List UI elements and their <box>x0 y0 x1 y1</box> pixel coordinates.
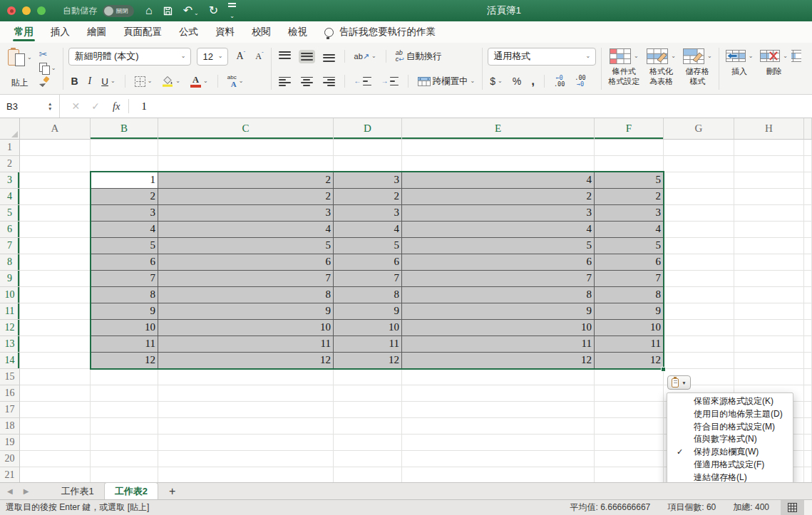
cell-C7[interactable]: 5 <box>158 238 334 254</box>
cell-F19[interactable] <box>595 435 664 451</box>
align-top-button[interactable] <box>277 50 293 63</box>
cell-F1[interactable] <box>595 140 664 156</box>
cell-F12[interactable]: 10 <box>595 320 664 336</box>
cell-H4[interactable] <box>734 189 804 205</box>
cell-E3[interactable]: 4 <box>402 172 595 189</box>
insert-function-button[interactable]: fx <box>113 100 120 113</box>
cell-H9[interactable] <box>734 271 804 287</box>
ribbon-tab-7[interactable]: 檢視 <box>279 21 316 43</box>
cell-G10[interactable] <box>664 287 734 303</box>
align-middle-button[interactable] <box>299 50 315 63</box>
cell-B7[interactable]: 5 <box>91 238 158 254</box>
fill-handle[interactable] <box>661 367 666 372</box>
cell-B4[interactable]: 2 <box>91 189 158 205</box>
cell-F10[interactable]: 8 <box>595 287 664 303</box>
cell-H8[interactable] <box>734 254 804 271</box>
cell-H13[interactable] <box>734 336 804 353</box>
toolbar-overflow-button[interactable]: ⌄ <box>228 1 236 20</box>
formula-input[interactable]: 1 <box>141 100 146 113</box>
cell-A16[interactable] <box>20 385 91 402</box>
cell-D17[interactable] <box>334 402 402 418</box>
cell-C14[interactable]: 12 <box>158 353 334 369</box>
orientation-button[interactable]: ab↗⌄ <box>352 51 379 63</box>
column-header-H[interactable]: H <box>734 118 804 140</box>
cell-G2[interactable] <box>664 156 734 172</box>
sheet-scroll-right-button[interactable]: ▶ <box>24 487 29 495</box>
cell-F11[interactable]: 9 <box>595 303 664 320</box>
row-header-5[interactable]: 5 <box>0 205 20 222</box>
cell-A9[interactable] <box>20 271 91 287</box>
align-bottom-button[interactable] <box>321 50 337 63</box>
cell-F20[interactable] <box>595 451 664 467</box>
cell-G3[interactable] <box>664 172 734 189</box>
cell-B14[interactable]: 12 <box>91 353 158 369</box>
cell-E21[interactable] <box>402 467 595 482</box>
autosave-toggle[interactable]: 關閉 <box>103 5 134 17</box>
cell-G13[interactable] <box>664 336 734 353</box>
cell-C2[interactable] <box>158 156 334 172</box>
cell-A21[interactable] <box>20 467 91 482</box>
cell-C18[interactable] <box>158 418 334 435</box>
paste-button[interactable]: ⌄ 貼上 <box>6 46 34 92</box>
cell-G9[interactable] <box>664 271 734 287</box>
cell-F18[interactable] <box>595 418 664 435</box>
cell-C20[interactable] <box>158 451 334 467</box>
cell-C1[interactable] <box>158 140 334 156</box>
decrease-decimal-button[interactable]: ←0.00 <box>552 73 567 90</box>
cell-A18[interactable] <box>20 418 91 435</box>
cell-D10[interactable]: 8 <box>334 287 402 303</box>
paste-menu-item-4[interactable]: ✓保持原始欄寬(W) <box>667 446 793 459</box>
column-header-E[interactable]: E <box>402 118 595 140</box>
cell-D8[interactable]: 6 <box>334 254 402 271</box>
row-header-6[interactable]: 6 <box>0 222 20 238</box>
paste-menu-item-3[interactable]: 值與數字格式(N) <box>667 433 793 446</box>
cell-D7[interactable]: 5 <box>334 238 402 254</box>
cell-A17[interactable] <box>20 402 91 418</box>
cell-D9[interactable]: 7 <box>334 271 402 287</box>
cell-E7[interactable]: 5 <box>402 238 595 254</box>
percent-format-button[interactable]: % <box>510 74 523 88</box>
cell-C12[interactable]: 10 <box>158 320 334 336</box>
row-header-10[interactable]: 10 <box>0 287 20 303</box>
cell-E16[interactable] <box>402 385 595 402</box>
phonetic-guide-button[interactable]: abcA⌄ <box>225 73 246 90</box>
confirm-entry-button[interactable]: ✓ <box>91 100 100 112</box>
cell-B8[interactable]: 6 <box>91 254 158 271</box>
row-header-15[interactable]: 15 <box>0 369 20 385</box>
cell-F9[interactable]: 7 <box>595 271 664 287</box>
cell-H5[interactable] <box>734 205 804 222</box>
paste-menu-item-5[interactable]: 僅適用格式設定(F) <box>667 459 793 472</box>
cell-H12[interactable] <box>734 320 804 336</box>
column-header-A[interactable]: A <box>20 118 91 140</box>
cell-F21[interactable] <box>595 467 664 482</box>
cell-E17[interactable] <box>402 402 595 418</box>
paste-menu-item-1[interactable]: 使用目的地佈景主題(D) <box>667 408 793 421</box>
ribbon-tab-6[interactable]: 校閱 <box>243 21 279 43</box>
close-window-button[interactable] <box>7 6 16 15</box>
copy-button[interactable]: ⌄ <box>37 61 58 75</box>
cell-G8[interactable] <box>664 254 734 271</box>
cell-F7[interactable]: 5 <box>595 238 664 254</box>
row-header-13[interactable]: 13 <box>0 336 20 353</box>
name-box-stepper[interactable]: ▲▼ <box>48 101 52 111</box>
cell-H1[interactable] <box>734 140 804 156</box>
cell-D12[interactable]: 10 <box>334 320 402 336</box>
cell-G12[interactable] <box>664 320 734 336</box>
format-cells-button-partial[interactable] <box>791 45 801 93</box>
cell-D13[interactable]: 11 <box>334 336 402 353</box>
cell-B18[interactable] <box>91 418 158 435</box>
cell-G14[interactable] <box>664 353 734 369</box>
cell-E12[interactable]: 10 <box>402 320 595 336</box>
cell-C15[interactable] <box>158 369 334 385</box>
decrease-indent-button[interactable]: ← <box>352 76 374 88</box>
normal-view-button[interactable] <box>781 500 803 515</box>
cell-B3[interactable]: 1 <box>91 172 158 189</box>
ribbon-tab-3[interactable]: 頁面配置 <box>115 21 170 43</box>
cell-A6[interactable] <box>20 222 91 238</box>
cell-E10[interactable]: 8 <box>402 287 595 303</box>
cell-F13[interactable]: 11 <box>595 336 664 353</box>
font-size-select[interactable]: 12 ⌄ <box>197 48 228 66</box>
tell-me-box[interactable]: 告訴我您要執行的作業 <box>324 26 436 38</box>
cell-E2[interactable] <box>402 156 595 172</box>
paste-menu-item-2[interactable]: 符合目的格式設定(M) <box>667 421 793 434</box>
